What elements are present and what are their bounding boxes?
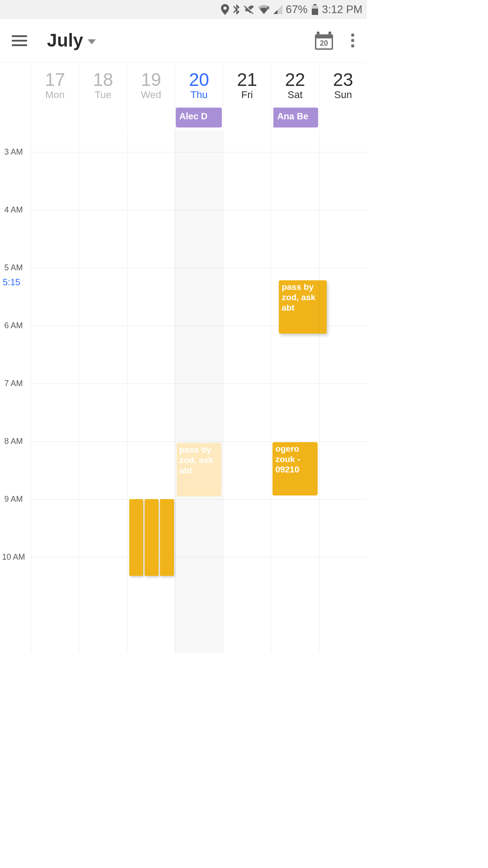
event-wed-1[interactable] bbox=[129, 499, 143, 576]
allday-row: Alec D Ana Be bbox=[31, 108, 367, 127]
month-dropdown[interactable]: July bbox=[47, 30, 96, 51]
hour-label-3am: 3 AM bbox=[0, 147, 27, 157]
wifi-icon: ⇅ bbox=[258, 5, 270, 14]
app-bar: July 20 bbox=[0, 19, 367, 62]
mute-icon bbox=[244, 5, 254, 14]
event-wed-3[interactable] bbox=[160, 499, 174, 576]
chevron-down-icon bbox=[88, 39, 96, 44]
calendar-icon: 20 bbox=[315, 32, 333, 50]
month-title: July bbox=[47, 30, 83, 51]
allday-event-thu[interactable]: Alec D bbox=[176, 108, 222, 127]
hour-label-5am: 5 AM bbox=[0, 263, 27, 273]
hour-label-9am: 9 AM bbox=[0, 495, 27, 504]
event-group-wed bbox=[129, 499, 174, 576]
hour-label-6am: 6 AM bbox=[0, 321, 27, 330]
location-icon bbox=[221, 4, 229, 15]
calendar-week-view[interactable]: 17 Mon 18 Tue 19 Wed 20 Thu 21 Fri 22 Sa… bbox=[0, 62, 367, 653]
battery-percent: 67% bbox=[286, 3, 308, 16]
hour-label-7am: 7 AM bbox=[0, 379, 27, 388]
time-gutter: 3 AM 4 AM 5 AM 5:15 6 AM 7 AM 8 AM 9 AM … bbox=[0, 130, 31, 653]
event-sat-ogero[interactable]: ogero zouk - 09210 bbox=[272, 442, 317, 495]
day-col-sun[interactable] bbox=[319, 130, 367, 653]
day-col-thu[interactable]: pass by zod, ask abt bbox=[175, 130, 223, 653]
svg-text:⇅: ⇅ bbox=[267, 6, 270, 10]
day-col-tue[interactable] bbox=[79, 130, 127, 653]
day-col-wed[interactable] bbox=[127, 130, 175, 653]
status-bar: ⇅ 67% 3:12 PM bbox=[0, 0, 367, 19]
battery-icon bbox=[311, 4, 319, 15]
today-date-number: 20 bbox=[320, 40, 328, 47]
today-button[interactable]: 20 bbox=[314, 30, 334, 51]
bluetooth-icon bbox=[233, 4, 240, 15]
day-col-mon[interactable] bbox=[31, 130, 79, 653]
signal-icon bbox=[273, 5, 282, 14]
hour-label-10am: 10 AM bbox=[0, 552, 27, 562]
allday-event-sat[interactable]: Ana Be bbox=[273, 108, 318, 127]
timed-grid[interactable]: 3 AM 4 AM 5 AM 5:15 6 AM 7 AM 8 AM 9 AM … bbox=[0, 130, 367, 653]
hour-label-8am: 8 AM bbox=[0, 437, 27, 446]
svg-rect-1 bbox=[314, 4, 316, 5]
hour-label-4am: 4 AM bbox=[0, 205, 27, 215]
menu-button[interactable] bbox=[8, 29, 31, 52]
svg-rect-3 bbox=[312, 9, 318, 15]
day-col-fri[interactable] bbox=[223, 130, 271, 653]
now-indicator-label: 5:15 bbox=[3, 277, 20, 288]
status-clock: 3:12 PM bbox=[322, 3, 362, 16]
overflow-menu-button[interactable] bbox=[343, 30, 361, 51]
event-thu-passby[interactable]: pass by zod, ask abt bbox=[177, 443, 221, 496]
event-wed-2[interactable] bbox=[145, 499, 159, 576]
hamburger-icon bbox=[12, 35, 27, 46]
day-col-sat[interactable]: pass by zod, ask abt ogero zouk - 09210 bbox=[271, 130, 319, 653]
